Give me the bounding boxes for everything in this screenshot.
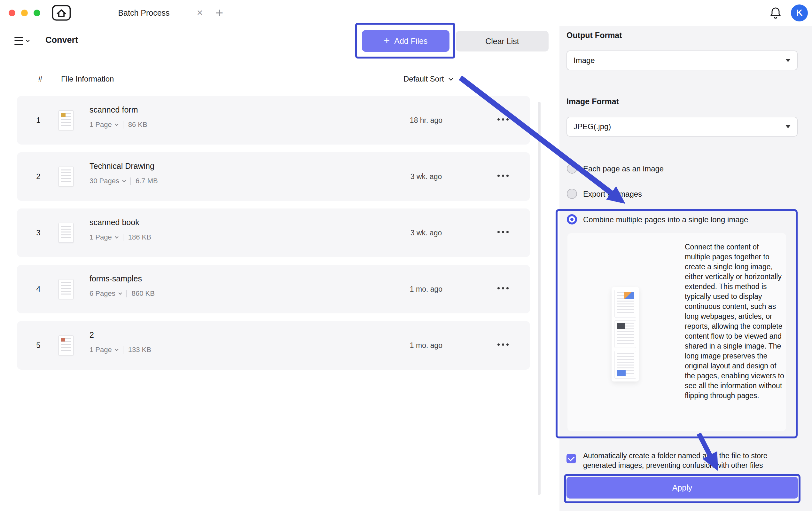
plus-icon: + [384, 34, 390, 46]
file-thumbnail [58, 336, 74, 355]
add-files-label: Add Files [394, 36, 428, 46]
table-row: 5 2 1 Page 133 KB 1 mo. ago [17, 321, 530, 370]
tab-batch-process[interactable]: Batch Process [112, 0, 176, 26]
pages-dropdown[interactable]: 1 Page [89, 233, 118, 242]
new-tab-button[interactable]: + [212, 0, 227, 26]
titlebar: Batch Process × + K [0, 0, 812, 26]
pages-label: 1 Page [89, 233, 112, 242]
more-options-button[interactable] [497, 343, 509, 346]
file-title: 2 [89, 330, 151, 340]
row-number: 5 [31, 321, 46, 370]
image-format-label: Image Format [567, 97, 619, 106]
page-title: Convert [46, 35, 78, 45]
file-title: scanned book [89, 218, 151, 227]
radio-each-page-label: Each page as an image [583, 164, 664, 173]
bell-icon [768, 6, 783, 20]
avatar[interactable]: K [791, 4, 808, 22]
row-number: 4 [31, 265, 46, 313]
file-info: forms-samples 6 Pages 860 KB [89, 274, 155, 298]
file-info: Technical Drawing 30 Pages 6.7 MB [89, 162, 158, 185]
chevron-down-icon [115, 122, 118, 126]
column-header-number: # [35, 75, 46, 83]
pages-label: 1 Page [89, 346, 112, 354]
row-number: 2 [31, 152, 46, 201]
image-format-select[interactable]: JPEG(.jpg) [567, 117, 798, 137]
file-size: 860 KB [132, 289, 155, 298]
file-info: scanned book 1 Page 186 KB [89, 218, 151, 242]
pages-dropdown[interactable]: 6 Pages [89, 289, 121, 298]
radio-export-all-label: Export all images [583, 190, 642, 199]
chevron-down-icon [115, 347, 118, 351]
file-size: 133 KB [128, 346, 151, 354]
pages-label: 30 Pages [89, 177, 119, 185]
close-window-button[interactable] [9, 9, 16, 16]
clear-list-button[interactable]: Clear List [456, 31, 549, 52]
chevron-down-icon [118, 291, 122, 294]
file-title: forms-samples [89, 274, 155, 283]
caret-down-icon [785, 59, 790, 62]
divider [123, 346, 123, 354]
file-thumbnail [58, 167, 74, 187]
radio-export-all[interactable] [567, 189, 577, 199]
divider [123, 234, 123, 241]
table-row: 1 scanned form 1 Page 86 KB 18 hr. ago [17, 96, 530, 145]
file-title: scanned form [89, 105, 147, 114]
file-thumbnail [58, 223, 74, 243]
file-thumbnail [58, 110, 74, 130]
auto-folder-checkbox[interactable] [567, 454, 576, 463]
chevron-down-icon [26, 38, 29, 42]
more-options-button[interactable] [497, 231, 509, 233]
output-format-value: Image [574, 56, 595, 65]
hamburger-icon [14, 37, 23, 45]
divider [130, 177, 131, 185]
output-format-select[interactable]: Image [567, 51, 798, 70]
long-image-illustration [612, 287, 639, 381]
scrollbar[interactable] [538, 102, 541, 495]
sort-label: Default Sort [403, 75, 444, 83]
radio-combine-selected[interactable] [567, 214, 577, 225]
chevron-down-icon [448, 76, 453, 81]
auto-folder-checkbox-label: Automatically create a folder named afte… [583, 451, 791, 470]
pages-label: 1 Page [89, 120, 112, 129]
more-options-button[interactable] [497, 118, 509, 120]
file-size: 186 KB [128, 233, 151, 242]
column-header-file-information: File Information [61, 75, 114, 83]
file-size: 86 KB [128, 120, 147, 129]
pages-dropdown[interactable]: 1 Page [89, 120, 118, 129]
combine-description-text: Connect the content of multiple pages to… [685, 242, 785, 401]
table-row: 3 scanned book 1 Page 186 KB 3 wk. ago [17, 208, 530, 257]
add-files-button[interactable]: + Add Files [362, 30, 450, 52]
sort-dropdown[interactable]: Default Sort [403, 75, 453, 83]
home-button[interactable] [52, 5, 71, 21]
radio-each-page[interactable] [567, 163, 577, 174]
file-thumbnail [58, 279, 74, 299]
modified-time: 1 mo. ago [397, 321, 455, 370]
minimize-window-button[interactable] [21, 9, 28, 16]
home-icon [52, 5, 71, 21]
output-format-label: Output Format [567, 31, 622, 40]
file-info: 2 1 Page 133 KB [89, 330, 151, 354]
row-number: 1 [31, 96, 46, 145]
table-row: 2 Technical Drawing 30 Pages 6.7 MB 3 wk… [17, 152, 530, 201]
modified-time: 18 hr. ago [397, 96, 455, 145]
modified-time: 3 wk. ago [397, 208, 455, 257]
apply-button[interactable]: Apply [567, 477, 798, 499]
modified-time: 1 mo. ago [397, 265, 455, 313]
more-options-button[interactable] [497, 175, 509, 177]
row-number: 3 [31, 208, 46, 257]
pages-label: 6 Pages [89, 289, 115, 298]
radio-combine-label: Combine multiple pages into a single lon… [583, 215, 748, 224]
pages-dropdown[interactable]: 30 Pages [89, 177, 125, 185]
pages-dropdown[interactable]: 1 Page [89, 346, 118, 354]
zoom-window-button[interactable] [34, 9, 40, 16]
tab-close-icon[interactable]: × [194, 0, 206, 26]
divider [126, 290, 127, 297]
caret-down-icon [785, 125, 790, 128]
image-format-value: JPEG(.jpg) [574, 122, 611, 131]
divider [123, 121, 123, 129]
notifications-button[interactable] [768, 6, 783, 20]
file-info: scanned form 1 Page 86 KB [89, 105, 147, 129]
more-options-button[interactable] [497, 287, 509, 289]
modified-time: 3 wk. ago [397, 152, 455, 201]
main-menu-button[interactable] [14, 37, 29, 45]
